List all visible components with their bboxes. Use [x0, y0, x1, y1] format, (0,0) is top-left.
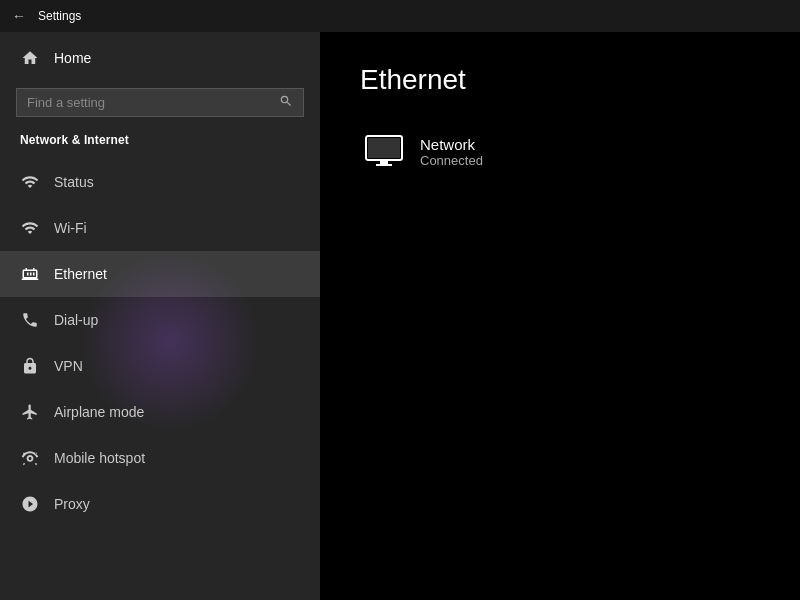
sidebar: Home Network & Internet Status [0, 32, 320, 600]
titlebar-title: Settings [38, 9, 81, 23]
ethernet-label: Ethernet [54, 266, 107, 282]
status-label: Status [54, 174, 94, 190]
sidebar-item-wifi[interactable]: Wi-Fi [0, 205, 320, 251]
sidebar-item-airplane[interactable]: Airplane mode [0, 389, 320, 435]
sidebar-item-ethernet[interactable]: Ethernet [0, 251, 320, 297]
ethernet-icon [20, 264, 40, 284]
section-label: Network & Internet [0, 129, 320, 159]
svg-rect-2 [380, 160, 388, 164]
wifi-icon [20, 218, 40, 238]
titlebar: ← Settings [0, 0, 800, 32]
home-label: Home [54, 50, 91, 66]
main-layout: Home Network & Internet Status [0, 32, 800, 600]
dialup-icon [20, 310, 40, 330]
svg-rect-3 [376, 164, 392, 166]
vpn-icon [20, 356, 40, 376]
search-input[interactable] [27, 95, 271, 110]
sidebar-item-status[interactable]: Status [0, 159, 320, 205]
proxy-label: Proxy [54, 496, 90, 512]
home-icon [20, 48, 40, 68]
search-icon [279, 94, 293, 111]
hotspot-icon [20, 448, 40, 468]
network-name: Network [420, 136, 483, 153]
vpn-label: VPN [54, 358, 83, 374]
back-button[interactable]: ← [12, 9, 26, 23]
svg-rect-1 [368, 138, 400, 158]
network-status: Connected [420, 153, 483, 168]
network-computer-icon [364, 132, 404, 172]
search-box [16, 88, 304, 117]
airplane-icon [20, 402, 40, 422]
network-item[interactable]: Network Connected [360, 124, 760, 180]
sidebar-item-hotspot[interactable]: Mobile hotspot [0, 435, 320, 481]
dialup-label: Dial-up [54, 312, 98, 328]
content-area: Ethernet Network Connected [320, 32, 800, 600]
proxy-icon [20, 494, 40, 514]
sidebar-item-dialup[interactable]: Dial-up [0, 297, 320, 343]
airplane-label: Airplane mode [54, 404, 144, 420]
hotspot-label: Mobile hotspot [54, 450, 145, 466]
sidebar-item-proxy[interactable]: Proxy [0, 481, 320, 527]
sidebar-item-vpn[interactable]: VPN [0, 343, 320, 389]
sidebar-item-home[interactable]: Home [0, 32, 320, 84]
status-icon [20, 172, 40, 192]
wifi-label: Wi-Fi [54, 220, 87, 236]
network-info: Network Connected [420, 136, 483, 168]
page-title: Ethernet [360, 64, 760, 96]
